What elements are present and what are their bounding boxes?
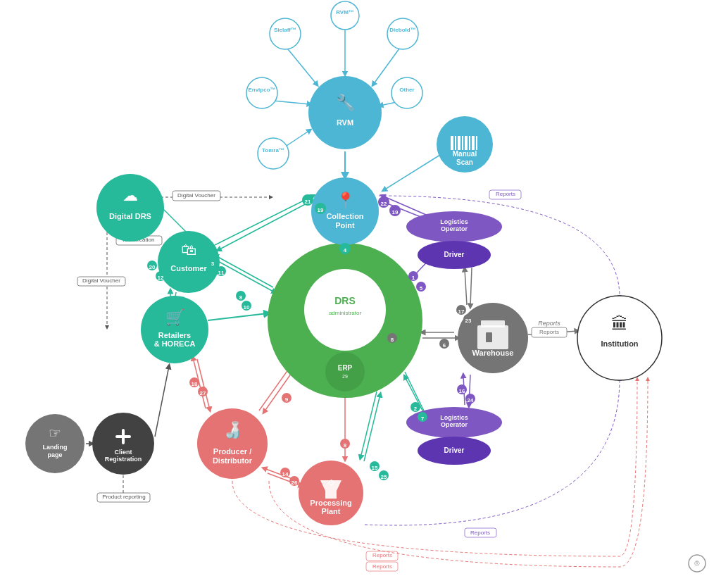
sielaff-node[interactable] bbox=[270, 18, 301, 49]
collection-point-label2: Point bbox=[335, 221, 355, 230]
producer-icon: 🍶 bbox=[223, 420, 243, 439]
svg-text:23: 23 bbox=[465, 318, 472, 324]
svg-text:9: 9 bbox=[285, 396, 289, 403]
logistics-op-bottom-label: Logistics bbox=[440, 414, 468, 421]
svg-rect-70 bbox=[458, 136, 460, 150]
svg-text:2: 2 bbox=[414, 406, 418, 412]
rvm-node[interactable] bbox=[308, 76, 382, 149]
retailers-label: Retailers bbox=[158, 331, 191, 339]
svg-text:8: 8 bbox=[391, 337, 394, 343]
customer-label: Customer bbox=[170, 264, 207, 273]
main-diagram: Reports Reports Digital Voucher Identifi… bbox=[0, 0, 721, 588]
svg-text:16: 16 bbox=[459, 388, 465, 394]
svg-text:Reports: Reports bbox=[539, 329, 559, 335]
svg-text:6: 6 bbox=[443, 342, 446, 349]
svg-rect-71 bbox=[462, 136, 463, 150]
institution-label: Institution bbox=[601, 339, 638, 348]
svg-rect-65 bbox=[486, 332, 492, 342]
svg-text:1: 1 bbox=[412, 275, 415, 281]
customer-icon: 🛍 bbox=[181, 241, 196, 258]
sielaff-label: Sielaff™ bbox=[274, 27, 296, 33]
retailers-node[interactable] bbox=[141, 296, 208, 363]
retailers-icon: 🛒 bbox=[165, 308, 185, 327]
drs-admin-sublabel: administrator bbox=[329, 310, 362, 316]
svg-text:21: 21 bbox=[305, 199, 311, 205]
svg-text:24: 24 bbox=[468, 397, 474, 404]
svg-rect-64 bbox=[481, 320, 505, 327]
erp-label: ERP bbox=[338, 364, 353, 372]
manual-scan-label: Manual bbox=[453, 150, 477, 158]
svg-rect-67 bbox=[122, 429, 125, 444]
svg-rect-69 bbox=[455, 136, 456, 150]
envipco-label: Envipco™ bbox=[248, 87, 275, 93]
svg-text:18: 18 bbox=[192, 381, 198, 387]
logistics-op-top-label2: Operator bbox=[441, 225, 468, 232]
manual-scan-label2: Scan bbox=[456, 158, 473, 166]
svg-text:3: 3 bbox=[211, 261, 215, 267]
landing-page-label2: page bbox=[47, 451, 62, 458]
svg-text:11: 11 bbox=[218, 270, 225, 276]
svg-text:5: 5 bbox=[420, 285, 423, 292]
svg-text:17: 17 bbox=[458, 308, 465, 315]
svg-text:25: 25 bbox=[381, 474, 387, 480]
other-label: Other bbox=[399, 87, 414, 93]
client-reg-label: Client bbox=[114, 449, 132, 456]
institution-node[interactable] bbox=[577, 296, 662, 380]
svg-text:Digital Voucher: Digital Voucher bbox=[177, 192, 215, 199]
svg-text:14: 14 bbox=[282, 471, 289, 477]
logistics-op-bottom-label2: Operator bbox=[441, 421, 468, 428]
rvm-icon: 🔧 bbox=[336, 93, 356, 112]
svg-rect-73 bbox=[469, 136, 470, 150]
drs-admin-label: DRS bbox=[334, 295, 356, 306]
client-reg-label2: Registration bbox=[105, 456, 142, 463]
warehouse-icon bbox=[477, 325, 508, 349]
svg-text:4: 4 bbox=[344, 247, 347, 254]
processing-plant-label: Processing bbox=[310, 499, 351, 507]
landing-page-label: Landing bbox=[43, 444, 68, 451]
producer-node[interactable] bbox=[197, 408, 268, 479]
logistics-op-top-label: Logistics bbox=[440, 218, 468, 225]
svg-text:8: 8 bbox=[344, 442, 347, 449]
svg-text:Reports: Reports bbox=[372, 552, 392, 558]
svg-text:22: 22 bbox=[381, 201, 387, 207]
processing-plant-label2: Plant bbox=[322, 507, 341, 515]
diagram-container: Reports Reports Digital Voucher Identifi… bbox=[0, 0, 721, 588]
driver-bottom-label: Driver bbox=[444, 446, 465, 454]
svg-text:10: 10 bbox=[244, 304, 250, 311]
svg-text:7: 7 bbox=[421, 415, 425, 422]
envipco-node[interactable] bbox=[246, 77, 277, 108]
svg-text:26: 26 bbox=[291, 480, 298, 486]
svg-text:Reports: Reports bbox=[372, 563, 392, 570]
rvm-brand-node[interactable] bbox=[331, 1, 359, 30]
digital-drs-icon: ☁ bbox=[123, 187, 138, 204]
svg-text:20: 20 bbox=[149, 264, 156, 270]
svg-rect-74 bbox=[472, 136, 475, 150]
svg-text:12: 12 bbox=[158, 275, 164, 281]
digital-drs-node[interactable] bbox=[96, 174, 164, 242]
svg-rect-72 bbox=[465, 136, 468, 150]
svg-text:Reports: Reports bbox=[470, 530, 490, 536]
institution-icon: 🏛 bbox=[611, 314, 628, 333]
producer-label2: Distributor bbox=[213, 456, 253, 465]
svg-text:Digital Voucher: Digital Voucher bbox=[82, 277, 120, 284]
tomra-label: Tomra™ bbox=[262, 147, 284, 154]
svg-rect-68 bbox=[451, 136, 453, 150]
svg-text:8: 8 bbox=[239, 294, 243, 301]
producer-label: Producer / bbox=[213, 447, 251, 456]
digital-drs-label: Digital DRS bbox=[109, 212, 151, 220]
svg-text:15: 15 bbox=[372, 465, 378, 471]
collection-point-icon: 📍 bbox=[336, 191, 356, 210]
tomra-node[interactable] bbox=[258, 138, 289, 169]
svg-text:Product reporting: Product reporting bbox=[102, 494, 145, 500]
svg-text:Reports: Reports bbox=[538, 320, 560, 327]
warehouse-label: Warehouse bbox=[472, 349, 514, 357]
svg-text:19: 19 bbox=[392, 209, 399, 215]
retailers-label2: & HORECA bbox=[154, 339, 196, 348]
diebold-node[interactable] bbox=[387, 18, 418, 49]
landing-page-icon: ☞ bbox=[49, 425, 61, 441]
diebold-label: Diebold™ bbox=[389, 27, 415, 33]
other-node[interactable] bbox=[391, 77, 422, 108]
rvm-brand-label: RVM™ bbox=[336, 9, 354, 15]
erp-badge: 29 bbox=[342, 374, 348, 379]
driver-top-label: Driver bbox=[444, 251, 465, 258]
